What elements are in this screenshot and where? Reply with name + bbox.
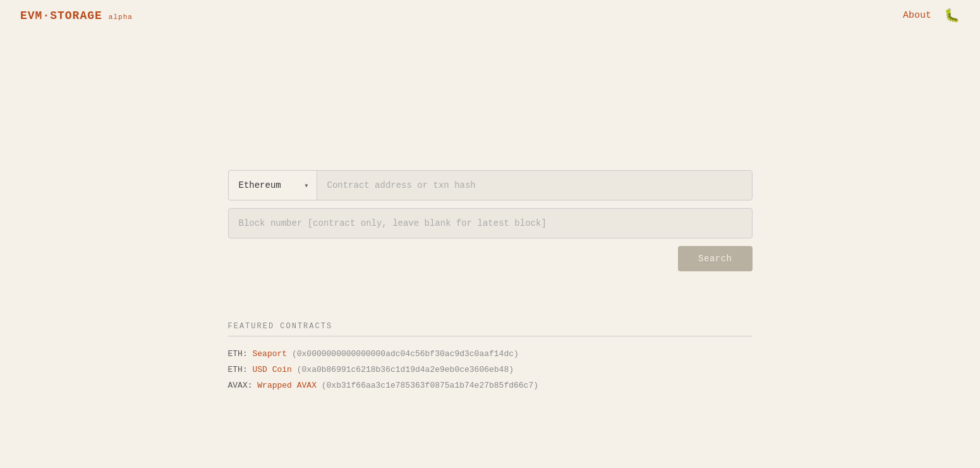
contract-list: ETH: Seaport (0x0000000000000000adc04c56…	[228, 349, 753, 390]
header-nav: About 🐛	[903, 8, 960, 23]
logo-area: EVM·STORAGE alpha	[20, 9, 133, 22]
contract-chain: ETH:	[228, 349, 253, 359]
featured-title: FEATURED CONTRACTS	[228, 322, 753, 331]
network-select[interactable]: Ethereum Avalanche Polygon BSC	[228, 170, 317, 200]
contract-chain: ETH:	[228, 365, 253, 374]
featured-divider	[228, 336, 753, 336]
header: EVM·STORAGE alpha About 🐛	[0, 0, 980, 31]
search-button[interactable]: Search	[678, 246, 752, 271]
main-content: Ethereum Avalanche Polygon BSC ▾ Search …	[0, 31, 980, 390]
list-item: AVAX: Wrapped AVAX (0xb31f66aa3c1e785363…	[228, 381, 753, 390]
list-item: ETH: USD Coin (0xa0b86991c6218b36c1d19d4…	[228, 365, 753, 374]
network-select-wrapper: Ethereum Avalanche Polygon BSC ▾	[228, 170, 317, 200]
about-link[interactable]: About	[903, 10, 931, 21]
contract-address: (0xa0b86991c6218b36c1d19d4a2e9eb0ce3606e…	[297, 365, 514, 374]
block-number-input[interactable]	[228, 208, 753, 238]
contract-name[interactable]: USD Coin	[253, 365, 292, 374]
featured-section: FEATURED CONTRACTS ETH: Seaport (0x00000…	[228, 322, 753, 390]
logo: EVM·STORAGE	[20, 9, 102, 22]
search-row: Ethereum Avalanche Polygon BSC ▾	[228, 170, 753, 200]
alpha-badge: alpha	[109, 13, 133, 21]
contract-chain: AVAX:	[228, 381, 258, 390]
list-item: ETH: Seaport (0x0000000000000000adc04c56…	[228, 349, 753, 359]
search-button-row: Search	[228, 246, 753, 271]
contract-name[interactable]: Wrapped AVAX	[257, 381, 317, 390]
search-container: Ethereum Avalanche Polygon BSC ▾ Search	[228, 170, 753, 271]
address-input[interactable]	[317, 170, 753, 200]
contract-name[interactable]: Seaport	[253, 349, 287, 359]
contract-address: (0x0000000000000000adc04c56bf30ac9d3c0aa…	[292, 349, 519, 359]
bug-icon[interactable]: 🐛	[944, 8, 960, 23]
contract-address: (0xb31f66aa3c1e785363f0875a1b74e27b85fd6…	[322, 381, 538, 390]
